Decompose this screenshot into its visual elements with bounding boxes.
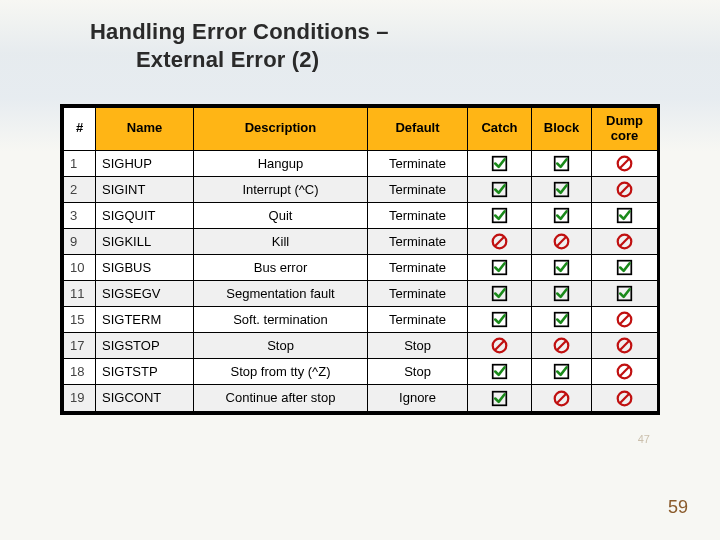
check-icon — [491, 259, 508, 274]
col-header-dump: Dump core — [592, 108, 658, 151]
col-header-catch: Catch — [468, 108, 532, 151]
check-icon — [491, 285, 508, 300]
num-cell: 11 — [64, 281, 96, 307]
block-cell — [532, 176, 592, 202]
table-row: 18SIGTSTPStop from tty (^Z)Stop — [64, 359, 658, 385]
default-cell: Terminate — [368, 150, 468, 176]
num-cell: 19 — [64, 385, 96, 411]
signals-table-container: # Name Description Default Catch Block D… — [60, 104, 660, 415]
check-icon — [553, 155, 570, 170]
name-cell: SIGSEGV — [96, 281, 194, 307]
desc-cell: Stop from tty (^Z) — [194, 359, 368, 385]
col-header-name: Name — [96, 108, 194, 151]
num-cell: 17 — [64, 333, 96, 359]
table-row: 2SIGINTInterrupt (^C)Terminate — [64, 176, 658, 202]
desc-cell: Kill — [194, 229, 368, 255]
dump-cell — [592, 255, 658, 281]
table-row: 10SIGBUSBus errorTerminate — [64, 255, 658, 281]
block-cell — [532, 385, 592, 411]
signals-table: # Name Description Default Catch Block D… — [63, 107, 658, 412]
dump-cell — [592, 359, 658, 385]
default-cell: Terminate — [368, 229, 468, 255]
table-row: 1SIGHUPHangupTerminate — [64, 150, 658, 176]
embedded-page-ref: 47 — [638, 433, 650, 445]
name-cell: SIGSTOP — [96, 333, 194, 359]
default-cell: Terminate — [368, 281, 468, 307]
num-cell: 10 — [64, 255, 96, 281]
check-icon — [491, 207, 508, 222]
table-row: 17SIGSTOPStopStop — [64, 333, 658, 359]
prohibited-icon — [616, 311, 633, 326]
default-cell: Stop — [368, 359, 468, 385]
prohibited-icon — [616, 337, 633, 352]
col-header-block: Block — [532, 108, 592, 151]
catch-cell — [468, 176, 532, 202]
desc-cell: Hangup — [194, 150, 368, 176]
num-cell: 18 — [64, 359, 96, 385]
catch-cell — [468, 359, 532, 385]
check-icon — [491, 311, 508, 326]
title-line-2: External Error (2) — [90, 46, 389, 74]
dump-cell — [592, 307, 658, 333]
catch-cell — [468, 203, 532, 229]
name-cell: SIGINT — [96, 176, 194, 202]
block-cell — [532, 359, 592, 385]
check-icon — [553, 259, 570, 274]
name-cell: SIGCONT — [96, 385, 194, 411]
desc-cell: Soft. termination — [194, 307, 368, 333]
title-line-1: Handling Error Conditions – — [90, 18, 389, 46]
check-icon — [616, 285, 633, 300]
check-icon — [616, 259, 633, 274]
block-cell — [532, 229, 592, 255]
name-cell: SIGBUS — [96, 255, 194, 281]
num-cell: 2 — [64, 176, 96, 202]
dump-cell — [592, 333, 658, 359]
check-icon — [491, 181, 508, 196]
check-icon — [553, 207, 570, 222]
block-cell — [532, 333, 592, 359]
dump-cell — [592, 203, 658, 229]
catch-cell — [468, 281, 532, 307]
prohibited-icon — [553, 389, 570, 404]
default-cell: Terminate — [368, 255, 468, 281]
dump-cell — [592, 385, 658, 411]
check-icon — [491, 389, 508, 404]
num-cell: 15 — [64, 307, 96, 333]
num-cell: 9 — [64, 229, 96, 255]
check-icon — [491, 363, 508, 378]
default-cell: Ignore — [368, 385, 468, 411]
default-cell: Terminate — [368, 176, 468, 202]
catch-cell — [468, 385, 532, 411]
table-row: 3SIGQUITQuitTerminate — [64, 203, 658, 229]
prohibited-icon — [616, 363, 633, 378]
name-cell: SIGQUIT — [96, 203, 194, 229]
prohibited-icon — [616, 233, 633, 248]
name-cell: SIGKILL — [96, 229, 194, 255]
default-cell: Stop — [368, 333, 468, 359]
dump-cell — [592, 229, 658, 255]
block-cell — [532, 255, 592, 281]
table-row: 11SIGSEGVSegmentation faultTerminate — [64, 281, 658, 307]
dump-cell — [592, 281, 658, 307]
catch-cell — [468, 150, 532, 176]
prohibited-icon — [553, 233, 570, 248]
table-header-row: # Name Description Default Catch Block D… — [64, 108, 658, 151]
check-icon — [553, 181, 570, 196]
dump-cell — [592, 176, 658, 202]
num-cell: 3 — [64, 203, 96, 229]
catch-cell — [468, 229, 532, 255]
check-icon — [553, 285, 570, 300]
prohibited-icon — [616, 155, 633, 170]
col-header-def: Default — [368, 108, 468, 151]
desc-cell: Bus error — [194, 255, 368, 281]
check-icon — [616, 207, 633, 222]
num-cell: 1 — [64, 150, 96, 176]
table-row: 19SIGCONTContinue after stopIgnore — [64, 385, 658, 411]
table-row: 15SIGTERMSoft. terminationTerminate — [64, 307, 658, 333]
block-cell — [532, 203, 592, 229]
block-cell — [532, 281, 592, 307]
desc-cell: Interrupt (^C) — [194, 176, 368, 202]
block-cell — [532, 307, 592, 333]
table-body: 1SIGHUPHangupTerminate2SIGINTInterrupt (… — [64, 150, 658, 411]
name-cell: SIGTERM — [96, 307, 194, 333]
